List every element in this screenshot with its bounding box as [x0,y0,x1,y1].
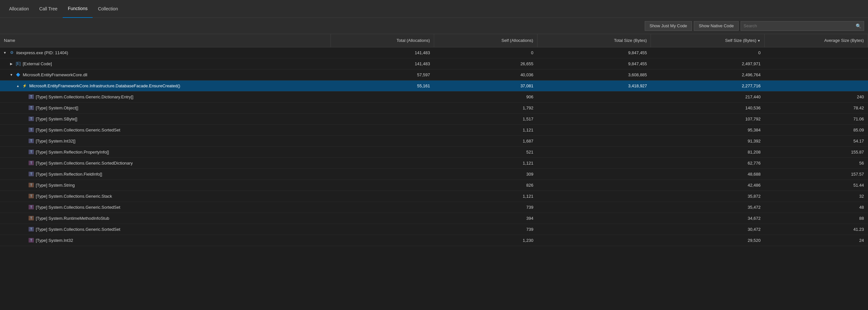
table-row[interactable]: T [Type] System.String 82642,48651.44 [0,179,868,191]
row-name-text: Microsoft.EntityFrameworkCore.Infrastruc… [29,83,180,88]
avg-size-cell: 51.44 [765,179,868,191]
row-name-cell: ▼ ⚙ iisexpress.exe (PID: 11404) [0,47,331,58]
row-name-cell: T [Type] System.String [0,179,331,191]
table-row[interactable]: T [Type] System.Collections.Generic.Sort… [0,158,868,169]
avg-size-cell: 155.87 [765,146,868,158]
data-table-container[interactable]: Name Total (Allocations) Self (Allocatio… [0,34,868,310]
expand-arrow[interactable]: ▶ [9,61,14,66]
row-name-text: [Type] System.Collections.Generic.Dictio… [36,95,133,99]
table-row[interactable]: T [Type] System.Collections.Generic.Dict… [0,91,868,102]
row-name-cell: T [Type] System.Collections.Generic.Stac… [0,191,331,202]
total-size-cell [537,202,651,213]
type-icon: T [29,116,34,121]
type-icon: T [29,128,34,132]
table-header-row: Name Total (Allocations) Self (Allocatio… [0,34,868,47]
row-name-cell: T [Type] System.Reflection.PropertyInfo[… [0,146,331,158]
row-name-text: [Type] System.Collections.Generic.Stack [36,194,112,199]
self-size-cell: 81,208 [651,146,765,158]
table-row[interactable]: T [Type] System.Collections.Generic.Sort… [0,124,868,135]
row-name-cell: ▲ ⚡ Microsoft.EntityFrameworkCore.Infras… [0,80,331,91]
row-name-text: [Type] System.Collections.Generic.Sorted… [36,227,120,232]
table-row[interactable]: T [Type] System.Reflection.PropertyInfo[… [0,146,868,158]
avg-size-cell [765,80,868,91]
method-icon: ⚡ [22,83,27,88]
self-size-cell: 140,536 [651,102,765,113]
table-row[interactable]: T [Type] System.Collections.Generic.Sort… [0,223,868,235]
total-alloc-cell [331,113,434,124]
table-row[interactable]: ▼ ⚙ iisexpress.exe (PID: 11404) 141,4830… [0,47,868,58]
table-row[interactable]: T [Type] System.Collections.Generic.Stac… [0,191,868,202]
self-size-cell: 2,496,764 [651,69,765,80]
table-row[interactable]: T [Type] System.Int32[] 1,68791,39254.17 [0,135,868,146]
tab-collection[interactable]: Collection [93,0,123,18]
self-size-cell: 2,497,971 [651,58,765,69]
self-alloc-cell: 739 [434,202,537,213]
self-alloc-cell: 1,687 [434,135,537,146]
avg-size-cell: 240 [765,91,868,102]
total-size-cell [537,135,651,146]
total-alloc-cell [331,91,434,102]
type2-icon: T [29,161,34,165]
search-input[interactable] [741,23,853,28]
self-alloc-cell: 1,517 [434,113,537,124]
avg-size-cell [765,69,868,80]
self-alloc-cell: 40,036 [434,69,537,80]
row-name-text: [Type] System.String [36,183,75,187]
tab-functions[interactable]: Functions [63,0,93,18]
col-header-avg-size[interactable]: Average Size (Bytes) [765,34,868,47]
type2-icon: T [29,205,34,209]
avg-size-cell: 85.09 [765,124,868,135]
row-name-cell: T [Type] System.Collections.Generic.Sort… [0,223,331,235]
type-icon: T [29,150,34,154]
row-name-text: [Type] System.Int32[] [36,139,75,143]
row-name-cell: T [Type] System.Collections.Generic.Sort… [0,202,331,213]
table-row[interactable]: ▼ 🔷 Microsoft.EntityFrameworkCore.dll 57… [0,69,868,80]
expand-arrow[interactable]: ▼ [3,50,7,55]
self-size-cell: 95,384 [651,124,765,135]
avg-size-cell: 157.57 [765,169,868,179]
col-header-self-size[interactable]: Self Size (Bytes) [651,34,765,47]
table-row[interactable]: T [Type] System.Int32 1,23029,52024 [0,235,868,246]
search-icon[interactable]: 🔍 [853,23,864,29]
table-row[interactable]: T [Type] System.Collections.Generic.Sort… [0,202,868,213]
dll-icon: 🔷 [16,72,21,77]
table-row[interactable]: T [Type] System.SByte[] 1,517107,79271.0… [0,113,868,124]
total-size-cell [537,102,651,113]
col-header-total-size[interactable]: Total Size (Bytes) [537,34,651,47]
table-row[interactable]: T [Type] System.RuntimeMethodInfoStub 39… [0,213,868,223]
table-row[interactable]: T [Type] System.Reflection.FieldInfo[] 3… [0,169,868,179]
total-size-cell [537,169,651,179]
type-str-icon: T [29,216,34,220]
total-alloc-cell: 141,483 [331,58,434,69]
tab-calltree[interactable]: Call Tree [34,0,63,18]
self-alloc-cell: 1,121 [434,158,537,169]
row-name-cell: T [Type] System.Object[] [0,102,331,113]
expand-arrow[interactable]: ▼ [9,72,14,77]
table-row[interactable]: ▲ ⚡ Microsoft.EntityFrameworkCore.Infras… [0,80,868,91]
table-row[interactable]: T [Type] System.Object[] 1,792140,53678.… [0,102,868,113]
row-name-text: [External Code] [23,61,52,66]
row-name-text: [Type] System.SByte[] [36,116,78,122]
total-alloc-cell [331,169,434,179]
show-just-my-code-button[interactable]: Show Just My Code [645,21,692,31]
show-native-code-button[interactable]: Show Native Code [694,21,739,31]
tab-allocation[interactable]: Allocation [4,0,34,18]
total-alloc-cell [331,235,434,246]
row-name-cell: T [Type] System.SByte[] [0,113,331,124]
avg-size-cell: 41.23 [765,223,868,235]
toolbar: Show Just My Code Show Native Code 🔍 [0,18,868,34]
col-header-total-alloc[interactable]: Total (Allocations) [331,34,434,47]
col-header-self-alloc[interactable]: Self (Allocations) [434,34,537,47]
tab-bar: Allocation Call Tree Functions Collectio… [0,0,868,18]
expand-arrow[interactable]: ▲ [16,83,20,88]
total-alloc-cell [331,135,434,146]
total-alloc-cell [331,102,434,113]
total-alloc-cell [331,191,434,202]
col-header-name[interactable]: Name [0,34,331,47]
total-size-cell [537,191,651,202]
type-icon: T [29,227,34,232]
total-alloc-cell [331,202,434,213]
avg-size-cell: 56 [765,158,868,169]
table-row[interactable]: ▶ [E] [External Code] 141,48326,6559,847… [0,58,868,69]
type-icon: T [29,95,34,99]
